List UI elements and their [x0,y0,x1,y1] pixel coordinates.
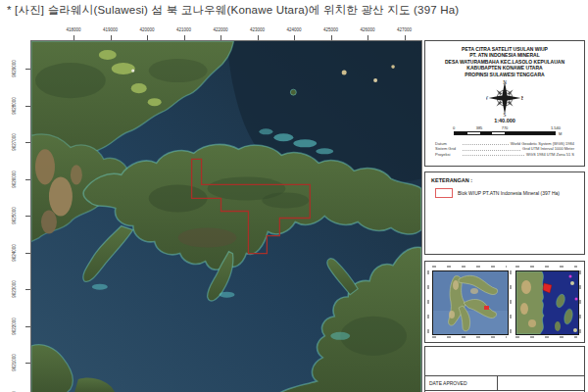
satellite-map [30,40,422,392]
map-title-block: PETA CITRA SATELIT USULAN WIUP PT. ATN I… [425,46,584,77]
scale-bar-strip [454,131,556,135]
islet [342,71,347,75]
legend-heading: KETERANGAN : [431,177,584,183]
islet [391,65,395,69]
map-scale-text: 1:40.000 [425,118,584,123]
wiup-block-swatch [435,188,453,198]
notes-box [424,346,585,377]
legend-item-label: Blok WIUP PT.ATN Indonesia Mineral (397 … [458,190,560,196]
y-axis-label: 9620000 [11,373,19,392]
shallow-reef [273,133,293,141]
approval-table: DATE APROVED [424,375,585,392]
scale-segment [480,132,493,134]
inset-axis-marks [515,266,577,268]
scale-segment [467,132,480,134]
cleared-land-patch [112,63,135,74]
cleared-land-patch [148,98,162,106]
shallow-reef [259,128,272,134]
inset-sulawesi-canvas [433,271,508,334]
islet [573,328,577,332]
shallow-reef [330,332,350,340]
compass-rose: N S E W [425,79,584,117]
shallow-reef [293,139,317,147]
forest-shade [178,228,237,248]
scale-tick-label: 1.540 [551,125,561,130]
bare-soil-patch [35,149,55,184]
island [555,321,561,331]
inset-axis-marks [510,270,512,333]
speck [575,298,578,301]
x-axis-labels: 4180004190004200004210004220004230004240… [30,26,420,35]
scale-tick-label: 385 [476,125,483,130]
forest-shade [262,192,309,208]
cleared-land-patch [99,50,117,60]
location-marker [484,306,489,310]
x-axis-label: 422000 [213,27,227,32]
bright-speck [131,69,134,72]
scale-tick-label: 770 [502,125,509,130]
shallow-reef [92,284,108,290]
compass-rose-icon: N S E W [486,79,523,117]
figure-caption: * [사진] 슬라웨시(Sulawesi) 섬 북 코나우웨(Konawe Ut… [7,3,459,18]
dotted-leader [463,150,520,151]
islet [290,89,296,95]
legend-box: KETERANGAN : Blok WIUP PT.ATN Indonesia … [424,172,585,255]
compass-s-label: S [504,112,507,117]
bare-soil-patch [41,210,57,233]
legend-item: Blok WIUP PT.ATN Indonesia Mineral (397 … [435,188,584,198]
compass-e-label: E [521,95,523,101]
x-axis-label: 427000 [397,27,412,32]
islet [570,281,574,285]
approval-row: DATE APROVED [425,376,584,391]
map-info-box: PETA CITRA SATELIT USULAN WIUP PT. ATN I… [424,40,585,167]
scale-segment [455,132,467,134]
inset-axis-marks [427,270,429,333]
forest-shade [35,63,106,98]
bare-soil-patch [71,165,82,184]
map-title-line: PROPINSI SULAWESI TENGGARA [425,72,584,77]
inset-axis-marks [432,266,507,268]
shallow-reef [220,292,235,298]
scale-bar: 0 385 770 1.540 M [454,125,556,137]
forest-shade [149,59,208,82]
shallow-reef [316,148,333,154]
x-axis-label: 418000 [66,27,80,32]
dotted-leader [463,155,524,156]
inset-axis-marks [432,336,507,338]
document-page: * [사진] 슬라웨시(Sulawesi) 섬 북 코나우웨(Konawe Ut… [0,0,588,392]
inset-maps-box [424,261,585,343]
dotted-leader [463,144,509,145]
x-axis-label: 421000 [176,27,191,32]
inset-detail-canvas [516,271,578,334]
x-axis-label: 426000 [360,27,374,32]
inset-axis-marks [515,336,577,338]
inset-map-sulawesi-overview [432,270,509,335]
speck [569,275,572,278]
scale-unit-label: M [559,131,562,136]
x-axis-label: 425000 [323,27,338,32]
forest-shade [340,317,407,356]
x-axis-label: 423000 [250,27,265,32]
scale-tick-label: 0 [453,125,455,130]
inset-axis-marks [579,270,581,333]
date-approved-label: DATE APROVED [425,376,498,390]
datum-row: Proyeksi WGS 1984 UTM Zona 51 S [435,152,574,157]
x-axis-label: 420000 [139,27,154,32]
satellite-map-canvas [31,41,421,392]
scale-segment [505,132,555,134]
cleared-land-patch [131,83,147,93]
x-axis-label: 424000 [286,27,301,32]
inset-map-konawe-detail [515,270,579,335]
datum-info: Datum World Geodetic System (WGS) 1984 S… [435,141,574,157]
datum-value: WGS 1984 UTM Zona 51 S [526,152,574,157]
bare-soil-patch [49,176,73,216]
datum-label: Proyeksi [435,152,461,157]
compass-n-label: N [503,79,507,85]
islet [373,78,377,82]
x-axis-label: 419000 [103,27,118,32]
scale-segment [492,132,505,134]
compass-w-label: W [486,95,488,101]
